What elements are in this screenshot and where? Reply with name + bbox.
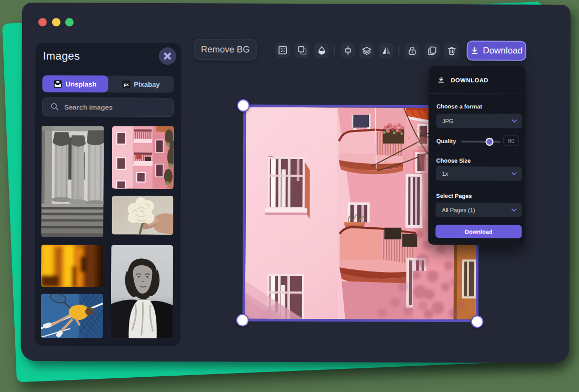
svg-text:px: px: [124, 82, 129, 87]
